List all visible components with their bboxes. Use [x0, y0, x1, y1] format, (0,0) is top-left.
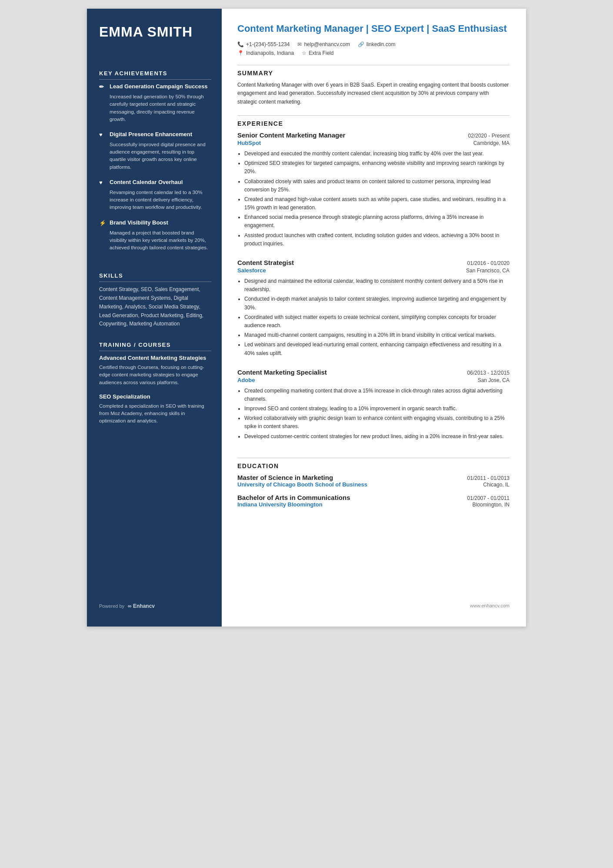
experience-entry: Content Strategist 01/2016 - 01/2020 Sal…: [237, 259, 510, 359]
linkedin-icon: 🔗: [358, 41, 364, 47]
education-entry: Bachelor of Arts in Communications 01/20…: [237, 494, 510, 508]
exp-bullets: Created compelling marketing content tha…: [237, 387, 510, 441]
bullet-item: Collaborated closely with sales and prod…: [244, 178, 510, 194]
exp-location: San Francisco, CA: [466, 268, 510, 274]
exp-company: Salesforce: [237, 267, 266, 274]
summary-divider: [237, 65, 510, 65]
exp-sub: Adobe San Jose, CA: [237, 377, 510, 383]
bullet-item: Developed customer-centric content strat…: [244, 432, 510, 441]
edu-header: Master of Science in Marketing 01/2011 -…: [237, 474, 510, 481]
bullet-item: Created compelling marketing content tha…: [244, 387, 510, 403]
exp-job-title: Content Strategist: [237, 259, 294, 266]
summary-heading: SUMMARY: [237, 70, 510, 77]
exp-bullets: Designed and maintained the editorial ca…: [237, 277, 510, 358]
achievement-desc: Revamping content calendar led to a 30% …: [99, 189, 211, 211]
sidebar-footer: Powered by ∞ Enhancv: [99, 590, 211, 609]
bullet-item: Managed multi-channel content campaigns,…: [244, 331, 510, 339]
bullet-item: Worked collaboratively with graphic desi…: [244, 414, 510, 431]
powered-by-label: Powered by: [99, 603, 124, 609]
training-list: Advanced Content Marketing Strategies Ce…: [99, 355, 211, 432]
main-footer: www.enhancv.com: [237, 588, 510, 609]
training-item: Advanced Content Marketing Strategies Ce…: [99, 355, 211, 386]
contact-linkedin: 🔗 linkedin.com: [358, 41, 396, 47]
training-desc: Certified through Coursera, focusing on …: [99, 364, 211, 386]
achievement-title: ♥ Digital Presence Enhancement: [99, 131, 211, 139]
edu-school: University of Chicago Booth School of Bu…: [237, 481, 367, 488]
phone-icon: 📞: [237, 41, 244, 47]
achievement-item: ✏ Lead Generation Campaign Success Incre…: [99, 83, 211, 123]
job-title: Content Marketing Manager | SEO Expert |…: [237, 23, 510, 35]
achievement-title: ✏ Lead Generation Campaign Success: [99, 83, 211, 91]
achievement-title: ⚡ Brand Visibility Boost: [99, 219, 211, 227]
contact-location: 📍 Indianapolis, Indiana: [237, 50, 294, 56]
exp-company: HubSpot: [237, 140, 261, 146]
experience-entry: Content Marketing Specialist 06/2013 - 1…: [237, 369, 510, 442]
edu-date: 01/2011 - 01/2013: [467, 475, 510, 481]
heart-icon: ♥: [99, 131, 106, 139]
achievement-desc: Increased lead generation by 50% through…: [99, 93, 211, 123]
contact-phone: 📞 +1-(234)-555-1234: [237, 41, 290, 47]
edu-school: Indiana University Bloomington: [237, 501, 323, 508]
exp-date: 02/2020 - Present: [468, 133, 510, 139]
bullet-item: Improved SEO and content strategy, leadi…: [244, 405, 510, 413]
exp-header: Senior Content Marketing Manager 02/2020…: [237, 131, 510, 139]
achievement-item: ♥ Content Calendar Overhaul Revamping co…: [99, 179, 211, 211]
edu-location: Bloomington, IN: [473, 502, 510, 508]
achievements-heading: KEY ACHIEVEMENTS: [99, 70, 211, 80]
email-icon: ✉: [297, 41, 302, 47]
edu-date: 01/2007 - 01/2011: [467, 495, 510, 501]
edu-sub: University of Chicago Booth School of Bu…: [237, 481, 510, 488]
exp-job-title: Senior Content Marketing Manager: [237, 131, 345, 139]
candidate-name: EMMA SMITH: [99, 24, 211, 40]
skills-text: Content Strategy, SEO, Sales Engagement,…: [99, 285, 211, 328]
contact-email: ✉ help@enhancv.com: [297, 41, 350, 47]
exp-header: Content Marketing Specialist 06/2013 - 1…: [237, 369, 510, 376]
education-heading: EDUCATION: [237, 462, 510, 469]
bullet-item: Designed and maintained the editorial ca…: [244, 277, 510, 294]
achievement-item: ⚡ Brand Visibility Boost Managed a proje…: [99, 219, 211, 252]
footer-url: www.enhancv.com: [470, 603, 510, 608]
exp-sub: Salesforce San Francisco, CA: [237, 267, 510, 274]
enhancv-logo: ∞ Enhancv: [128, 603, 155, 609]
summary-text: Content Marketing Manager with over 6 ye…: [237, 81, 510, 107]
exp-header: Content Strategist 01/2016 - 01/2020: [237, 259, 510, 266]
exp-date: 06/2013 - 12/2015: [467, 370, 510, 376]
edu-location: Chicago, IL: [483, 482, 510, 488]
training-title: Advanced Content Marketing Strategies: [99, 355, 211, 362]
edu-degree: Bachelor of Arts in Communications: [237, 494, 350, 501]
exp-date: 01/2016 - 01/2020: [467, 260, 510, 266]
edu-sub: Indiana University Bloomington Bloomingt…: [237, 501, 510, 508]
edu-degree: Master of Science in Marketing: [237, 474, 333, 481]
main-content: Content Marketing Manager | SEO Expert |…: [222, 9, 526, 627]
achievement-desc: Managed a project that boosted brand vis…: [99, 229, 211, 252]
exp-company: Adobe: [237, 377, 255, 383]
exp-job-title: Content Marketing Specialist: [237, 369, 327, 376]
education-entry: Master of Science in Marketing 01/2011 -…: [237, 474, 510, 488]
pencil-icon: ✏: [99, 84, 106, 91]
bolt-icon: ⚡: [99, 220, 106, 227]
achievement-title: ♥ Content Calendar Overhaul: [99, 179, 211, 187]
edu-header: Bachelor of Arts in Communications 01/20…: [237, 494, 510, 501]
training-heading: TRAINING / COURSES: [99, 342, 211, 351]
contact-row: 📞 +1-(234)-555-1234 ✉ help@enhancv.com 🔗…: [237, 41, 510, 47]
bullet-item: Coordinated with subject matter experts …: [244, 313, 510, 330]
heart-icon: ♥: [99, 179, 106, 187]
training-desc: Completed a specialization in SEO with t…: [99, 402, 211, 425]
contact-extra: ☆ Extra Field: [302, 50, 333, 56]
location-icon: 📍: [237, 50, 244, 56]
resume-container: EMMA SMITH KEY ACHIEVEMENTS ✏ Lead Gener…: [87, 9, 526, 627]
bullet-item: Created and managed high-value content a…: [244, 195, 510, 212]
achievement-item: ♥ Digital Presence Enhancement Successfu…: [99, 131, 211, 171]
bullet-item: Optimized SEO strategies for targeted ca…: [244, 159, 510, 176]
exp-bullets: Developed and executed the monthly conte…: [237, 150, 510, 248]
bullet-item: Led webinars and developed lead-nurturin…: [244, 341, 510, 357]
bullet-item: Assisted product launches with crafted c…: [244, 231, 510, 248]
education-divider: [237, 458, 510, 458]
exp-location: Cambridge, MA: [473, 140, 510, 146]
bullet-item: Enhanced social media presence through s…: [244, 213, 510, 230]
bullet-item: Developed and executed the monthly conte…: [244, 150, 510, 158]
experience-entry: Senior Content Marketing Manager 02/2020…: [237, 131, 510, 249]
star-icon: ☆: [302, 50, 306, 56]
exp-sub: HubSpot Cambridge, MA: [237, 140, 510, 146]
experience-heading: EXPERIENCE: [237, 120, 510, 127]
